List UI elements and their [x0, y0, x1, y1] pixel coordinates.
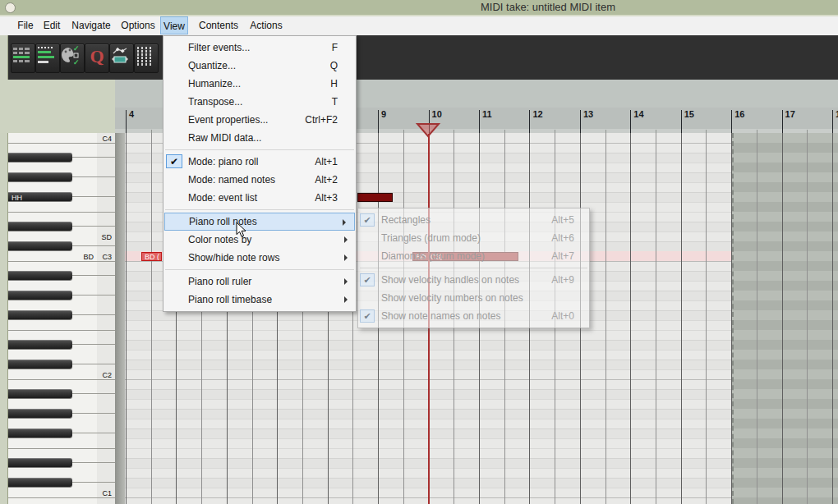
- piano-roll-view-icon[interactable]: [11, 44, 35, 73]
- submenu-shortcut: Alt+9: [551, 271, 574, 289]
- menu-shortcut: Alt+3: [315, 189, 338, 207]
- submenu-item-diamonds-drum-mode[interactable]: Diamonds (drum mode)Alt+7: [358, 247, 589, 265]
- menubar-item-contents[interactable]: Contents: [193, 16, 244, 34]
- named-notes-view-icon[interactable]: [35, 44, 60, 73]
- ruler-measure-label: 17: [785, 109, 795, 119]
- piano-key-b1[interactable]: [8, 379, 115, 389]
- menu-item-mode-piano-roll[interactable]: ✔Mode: piano rollAlt+1: [163, 153, 356, 171]
- piano-key-a2[interactable]: [8, 281, 115, 291]
- submenu-item-triangles-drum-mode[interactable]: Triangles (drum mode)Alt+6: [358, 229, 589, 247]
- piano-roll-notes-submenu: ✔RectanglesAlt+5Triangles (drum mode)Alt…: [357, 208, 590, 328]
- menu-item-label: Show/hide note rows: [188, 252, 279, 263]
- menubar-item-navigate[interactable]: Navigate: [67, 16, 116, 34]
- piano-key-e2[interactable]: [8, 330, 115, 340]
- menubar-item-actions[interactable]: Actions: [245, 16, 288, 34]
- submenu-shortcut: Alt+0: [551, 307, 574, 325]
- piano-key-d-1[interactable]: [8, 458, 72, 467]
- menu-item-piano-roll-ruler[interactable]: Piano roll ruler: [163, 273, 356, 291]
- piano-key-c-1[interactable]: [8, 478, 72, 487]
- ruler-measure-tick: [731, 110, 732, 133]
- submenu-checkmark: ✔: [360, 213, 375, 227]
- piano-key-c-3[interactable]: [8, 241, 72, 250]
- menu-item-event-properties[interactable]: Event properties...Ctrl+F2: [163, 111, 356, 129]
- menu-shortcut: Alt+2: [315, 171, 338, 189]
- ruler-measure-label: 10: [432, 109, 442, 119]
- menu-item-show-hide-note-rows[interactable]: Show/hide note rows: [163, 249, 356, 267]
- menu-item-humanize[interactable]: Humanize...H: [163, 75, 356, 93]
- piano-key-g1[interactable]: [8, 419, 115, 428]
- menubar-item-view[interactable]: View: [160, 16, 188, 34]
- piano-key-c3[interactable]: [8, 251, 115, 261]
- menu-item-piano-roll-timebase[interactable]: Piano roll timebase: [163, 291, 356, 309]
- piano-key-c4[interactable]: [8, 133, 115, 143]
- cc-lane-icon[interactable]: [109, 44, 134, 73]
- submenu-checkmark: ✔: [360, 273, 375, 286]
- menu-item-transpose[interactable]: Transpose...T: [163, 93, 356, 111]
- piano-key-e3[interactable]: [8, 212, 115, 222]
- piano-key-a-1[interactable]: [8, 389, 72, 398]
- piano-key-c2[interactable]: [8, 369, 115, 379]
- key-label-c3: C3: [102, 253, 112, 261]
- piano-key-a1[interactable]: [8, 399, 115, 409]
- piano-key-d3[interactable]: [8, 231, 115, 241]
- piano-key-g3[interactable]: [8, 182, 115, 192]
- piano-key-a3[interactable]: [8, 163, 115, 172]
- menubar-item-options[interactable]: Options: [116, 16, 160, 34]
- midi-note-bd[interactable]: BD (: [141, 252, 162, 261]
- piano-key-b0[interactable]: [8, 497, 115, 504]
- piano-key-g-2[interactable]: [8, 291, 72, 300]
- piano-key-c-2[interactable]: [8, 360, 72, 369]
- piano-key-g2[interactable]: [8, 300, 115, 310]
- piano-key-b2[interactable]: [8, 261, 115, 271]
- menu-item-raw-midi-data[interactable]: Raw MIDI data...: [163, 129, 356, 147]
- color-notes-icon[interactable]: ✓✓: [60, 44, 85, 73]
- submenu-item-rectangles[interactable]: ✔RectanglesAlt+5: [358, 211, 589, 229]
- piano-key-c1[interactable]: [8, 488, 115, 497]
- menu-shortcut: Q: [330, 57, 338, 75]
- piano-key-d2[interactable]: [8, 350, 115, 360]
- piano-key-d-2[interactable]: [8, 340, 72, 349]
- menu-item-label: Event properties...: [188, 114, 268, 126]
- menu-item-mode-named-notes[interactable]: Mode: named notesAlt+2: [163, 171, 356, 189]
- submenu-item-show-velocity-numbers-on-notes[interactable]: Show velocity numbers on notes: [358, 289, 589, 307]
- menu-item-quantize[interactable]: Quantize...Q: [163, 57, 356, 75]
- piano-key-b3[interactable]: [8, 143, 115, 153]
- menu-item-mode-event-list[interactable]: Mode: event listAlt+3: [163, 189, 356, 207]
- menu-item-label: Piano roll timebase: [188, 294, 272, 305]
- menu-separator: [165, 209, 354, 210]
- submenu-item-show-velocity-handles-on-notes[interactable]: ✔Show velocity handles on notesAlt+9: [358, 271, 589, 289]
- piano-key-f3[interactable]: [8, 202, 115, 212]
- submenu-item-show-note-names-on-notes[interactable]: ✔Show note names on notesAlt+0: [358, 307, 589, 325]
- grid-beat-line: [706, 133, 707, 504]
- piano-key-f-2[interactable]: [8, 310, 72, 319]
- piano-key-d-3[interactable]: [8, 222, 72, 231]
- ruler-measure-tick: [782, 110, 783, 133]
- key-label-c4: C4: [102, 135, 112, 143]
- svg-text:✓: ✓: [73, 58, 80, 66]
- menu-item-piano-roll-notes[interactable]: Piano roll notes: [164, 213, 355, 231]
- white-key-divider: [72, 157, 115, 158]
- piano-key-g-3[interactable]: [8, 172, 72, 181]
- piano-key-g-1[interactable]: [8, 409, 72, 418]
- menubar-item-edit[interactable]: Edit: [39, 16, 65, 34]
- piano-key-f1[interactable]: [8, 438, 115, 448]
- piano-key-f2[interactable]: [8, 320, 115, 330]
- submenu-checkmark: ✔: [360, 309, 375, 323]
- piano-key-a-2[interactable]: [8, 271, 72, 280]
- piano-key-a-3[interactable]: [8, 153, 72, 162]
- menubar-item-file[interactable]: File: [12, 16, 39, 34]
- quantize-icon[interactable]: Q: [85, 44, 109, 73]
- midi-note[interactable]: [357, 193, 393, 202]
- piano-key-f-1[interactable]: [8, 428, 72, 438]
- ruler-measure-label: 14: [633, 109, 643, 119]
- ruler-measure-label: 16: [734, 109, 744, 119]
- menu-item-label: Mode: named notes: [188, 174, 275, 186]
- menu-separator: [165, 269, 354, 270]
- ruler-measure-tick: [681, 110, 682, 133]
- grid-divisions-icon[interactable]: [134, 44, 159, 73]
- piano-key-e1[interactable]: [8, 448, 115, 458]
- piano-key-d1[interactable]: [8, 468, 115, 478]
- submenu-item-label: Triangles (drum mode): [381, 232, 481, 244]
- menu-item-color-notes-by[interactable]: Color notes by: [163, 231, 356, 249]
- menu-item-filter-events[interactable]: Filter events...F: [163, 39, 356, 57]
